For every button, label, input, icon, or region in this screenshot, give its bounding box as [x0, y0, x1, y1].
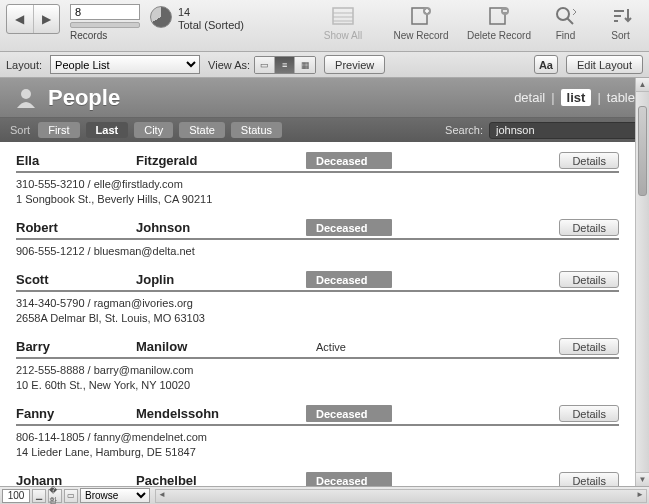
- last-name: Mendelssohn: [136, 406, 306, 421]
- scroll-thumb[interactable]: [638, 106, 647, 196]
- last-name: Pachelbel: [136, 473, 306, 486]
- show-all-button[interactable]: Show All: [309, 4, 377, 41]
- people-icon: [14, 86, 38, 110]
- page-header: People detail | list | table: [0, 78, 649, 118]
- preview-button[interactable]: Preview: [324, 55, 385, 74]
- contact-details: 310-555-3210 / elle@firstlady.com1 Songb…: [16, 173, 619, 207]
- status-bar: 100 ▁ �환 ▭ Browse: [0, 486, 649, 504]
- table-row: JohannPachelbelDeceasedDetails: [16, 468, 619, 486]
- find-button[interactable]: Find: [543, 4, 588, 41]
- sort-status[interactable]: Status: [231, 122, 282, 138]
- search-label: Search:: [445, 124, 483, 136]
- first-name: Johann: [16, 473, 136, 486]
- status-badge: Deceased: [306, 219, 392, 236]
- view-detail-link[interactable]: detail: [514, 90, 545, 105]
- formatting-bar-toggle[interactable]: Aa: [534, 55, 558, 74]
- sort-first[interactable]: First: [38, 122, 79, 138]
- search-input[interactable]: [489, 122, 639, 139]
- layout-select[interactable]: People List: [50, 55, 200, 74]
- zoom-value[interactable]: 100: [2, 489, 30, 503]
- svg-point-16: [21, 89, 31, 99]
- last-name: Fitzgerald: [136, 153, 306, 168]
- total-count: 14: [178, 6, 244, 19]
- details-button[interactable]: Details: [559, 219, 619, 236]
- details-button[interactable]: Details: [559, 472, 619, 486]
- layout-bar: Layout: People List View As: ▭ ≡ ▦ Previ…: [0, 52, 649, 78]
- sort-last[interactable]: Last: [86, 122, 129, 138]
- sort-icon: [607, 4, 635, 28]
- details-button[interactable]: Details: [559, 338, 619, 355]
- table-row: RobertJohnsonDeceasedDetails906-555-1212…: [16, 215, 619, 267]
- status-badge: Active: [306, 338, 392, 355]
- main-toolbar: ◀ ▶ Records 14 Total (Sorted) Show All N…: [0, 0, 649, 52]
- status-badge: Deceased: [306, 271, 392, 288]
- next-record-icon[interactable]: ▶: [34, 5, 60, 33]
- view-as-table-icon[interactable]: ▦: [295, 57, 315, 73]
- total-suffix: Total (Sorted): [178, 19, 244, 32]
- table-row: BarryManilowActiveDetails212-555-8888 / …: [16, 334, 619, 401]
- new-record-icon: [407, 4, 435, 28]
- first-name: Fanny: [16, 406, 136, 421]
- record-list: EllaFitzgeraldDeceasedDetails310-555-321…: [0, 142, 635, 486]
- first-name: Scott: [16, 272, 136, 287]
- view-as-label: View As:: [208, 59, 250, 71]
- details-button[interactable]: Details: [559, 405, 619, 422]
- delete-record-button[interactable]: Delete Record: [465, 4, 533, 41]
- first-name: Ella: [16, 153, 136, 168]
- svg-line-12: [567, 18, 573, 24]
- last-name: Johnson: [136, 220, 306, 235]
- contact-details: 314-340-5790 / ragman@ivories.org2658A D…: [16, 292, 619, 326]
- first-name: Robert: [16, 220, 136, 235]
- vertical-scrollbar[interactable]: ▲ ▼: [635, 78, 649, 486]
- layout-label: Layout:: [6, 59, 42, 71]
- status-badge: Deceased: [306, 405, 392, 422]
- edit-layout-button[interactable]: Edit Layout: [566, 55, 643, 74]
- status-badge: Deceased: [306, 472, 392, 486]
- details-button[interactable]: Details: [559, 271, 619, 288]
- view-as-buttons[interactable]: ▭ ≡ ▦: [254, 56, 316, 74]
- view-as-list-icon[interactable]: ≡: [275, 57, 295, 73]
- contact-details: 906-555-1212 / bluesman@delta.net: [16, 240, 619, 259]
- table-row: ScottJoplinDeceasedDetails314-340-5790 /…: [16, 267, 619, 334]
- sort-city[interactable]: City: [134, 122, 173, 138]
- view-list-link[interactable]: list: [561, 89, 592, 106]
- zoom-in-icon[interactable]: �환: [48, 489, 62, 503]
- show-all-icon: [329, 4, 357, 28]
- horizontal-scrollbar[interactable]: [155, 489, 647, 503]
- records-label: Records: [70, 30, 107, 41]
- table-row: EllaFitzgeraldDeceasedDetails310-555-321…: [16, 148, 619, 215]
- zoom-out-icon[interactable]: ▁: [32, 489, 46, 503]
- sort-state[interactable]: State: [179, 122, 225, 138]
- contact-details: 806-114-1805 / fanny@mendelnet.com14 Lie…: [16, 426, 619, 460]
- record-slider[interactable]: [70, 22, 140, 28]
- find-icon: [552, 4, 580, 28]
- details-button[interactable]: Details: [559, 152, 619, 169]
- table-row: FannyMendelssohnDeceasedDetails806-114-1…: [16, 401, 619, 468]
- sort-label: Sort: [10, 122, 32, 138]
- view-table-link[interactable]: table: [607, 90, 635, 105]
- prev-record-icon[interactable]: ◀: [7, 5, 34, 33]
- first-name: Barry: [16, 339, 136, 354]
- contact-details: 212-555-8888 / barry@manilow.com10 E. 60…: [16, 359, 619, 393]
- new-record-button[interactable]: New Record: [387, 4, 455, 41]
- last-name: Manilow: [136, 339, 306, 354]
- record-number-input[interactable]: [70, 4, 140, 20]
- delete-record-icon: [485, 4, 513, 28]
- status-toggle-icon[interactable]: ▭: [64, 489, 78, 503]
- scroll-up-icon[interactable]: ▲: [636, 78, 649, 92]
- sort-bar: Sort First Last City State Status Search…: [0, 118, 649, 142]
- last-name: Joplin: [136, 272, 306, 287]
- found-set-pie-icon[interactable]: [150, 6, 172, 28]
- status-badge: Deceased: [306, 152, 392, 169]
- view-as-form-icon[interactable]: ▭: [255, 57, 275, 73]
- mode-select[interactable]: Browse: [80, 488, 150, 503]
- page-title: People: [48, 85, 120, 111]
- sort-button[interactable]: Sort: [598, 4, 643, 41]
- svg-rect-0: [333, 8, 353, 24]
- record-nav[interactable]: ◀ ▶: [6, 4, 60, 34]
- scroll-down-icon[interactable]: ▼: [636, 472, 649, 486]
